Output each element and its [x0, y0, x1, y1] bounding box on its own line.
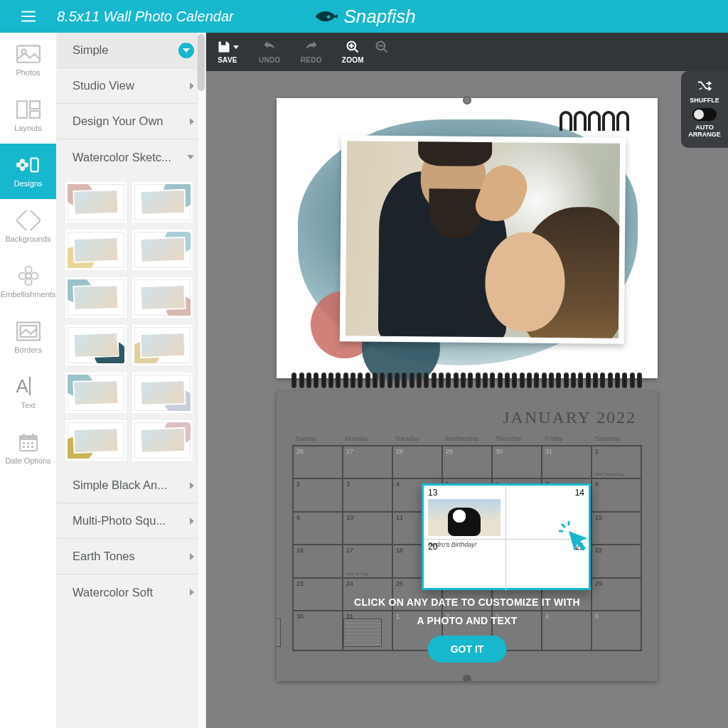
nav-embellishments[interactable]: Embellishments: [0, 255, 56, 310]
redo-icon: [304, 40, 319, 54]
calendar-cell[interactable]: 10: [343, 512, 392, 545]
calendar-cell[interactable]: 16: [293, 545, 343, 577]
design-thumb[interactable]: [65, 420, 127, 461]
calendar-icon: [16, 432, 41, 452]
canvas[interactable]: JANUARY 2022 SundayMondayTuesdayWednesda…: [206, 71, 728, 728]
save-button[interactable]: SAVE: [216, 40, 239, 64]
save-icon: [216, 40, 232, 54]
calendar-preview[interactable]: JANUARY 2022 SundayMondayTuesdayWednesda…: [277, 98, 658, 681]
zoom-in-button[interactable]: ZOOM: [342, 40, 364, 64]
app-header: 8.5x11 Wall Photo Calendar Snapfish: [0, 0, 728, 33]
nav-designs[interactable]: Designs: [0, 144, 56, 199]
chevron-down-icon: [178, 43, 194, 58]
menu-button[interactable]: [0, 7, 57, 26]
calendar-cell[interactable]: 15: [592, 512, 641, 545]
product-title: 8.5x11 Wall Photo Calendar: [57, 9, 234, 25]
calendar-cell[interactable]: 9: [293, 512, 343, 545]
spiral-binding: [277, 378, 658, 391]
calendar-cell[interactable]: 1New Year's Day: [592, 446, 641, 478]
nav-backgrounds[interactable]: Backgrounds: [0, 199, 56, 255]
design-thumb[interactable]: [65, 277, 127, 318]
zoom-out-icon: [374, 40, 390, 54]
calendar-cell[interactable]: 28: [392, 446, 442, 478]
design-thumb[interactable]: [132, 230, 193, 270]
category-design-your-own[interactable]: Design Your Own: [57, 104, 205, 139]
doodle-icon: [560, 111, 629, 131]
event-photo: [428, 499, 500, 536]
svg-rect-3: [30, 101, 40, 109]
chevron-down-icon: [187, 155, 194, 159]
calendar-bottom-page[interactable]: JANUARY 2022 SundayMondayTuesdayWednesda…: [277, 391, 658, 681]
dropdown-label: Simple: [73, 43, 108, 57]
svg-rect-20: [20, 436, 37, 440]
nav-borders[interactable]: Borders: [0, 310, 56, 365]
category-earth-tones[interactable]: Earth Tones: [57, 539, 205, 574]
svg-point-12: [25, 267, 31, 273]
design-thumb[interactable]: [65, 325, 127, 365]
chevron-down-icon: [233, 46, 239, 49]
svg-rect-24: [27, 442, 29, 444]
nav-layouts[interactable]: Layouts: [0, 88, 56, 144]
category-studio-view[interactable]: Studio View: [57, 68, 205, 104]
calendar-cell[interactable]: 8: [592, 478, 641, 511]
category-watercolor-soft[interactable]: Watercolor Soft: [57, 574, 205, 610]
nav-photos[interactable]: Photos: [0, 33, 56, 88]
design-thumb[interactable]: [132, 420, 193, 461]
photo-slot[interactable]: [340, 135, 626, 343]
chevron-right-icon: [190, 589, 194, 596]
calendar-cell[interactable]: 2: [293, 478, 343, 511]
design-thumb[interactable]: [132, 277, 193, 318]
panel-scrollbar[interactable]: [197, 33, 205, 728]
svg-rect-2: [17, 101, 27, 117]
calendar-cell[interactable]: 17MLK Jr. Day: [343, 545, 392, 577]
hang-hole: [463, 675, 471, 681]
designs-dropdown[interactable]: Simple: [57, 33, 205, 68]
calendar-cell[interactable]: 3: [343, 478, 392, 511]
tooltip-text: CLICK ON ANY DATE TO CUSTOMIZE IT WITH A…: [277, 593, 658, 630]
undo-button[interactable]: UNDO: [259, 40, 281, 64]
flower-icon: [16, 266, 41, 286]
zoom-out-button[interactable]: [374, 40, 390, 64]
cursor-icon: [559, 521, 590, 552]
category-multi-photo[interactable]: Multi-Photo Squ...: [57, 503, 205, 539]
calendar-cell[interactable]: 31: [542, 446, 592, 478]
got-it-button[interactable]: GOT IT: [428, 636, 507, 663]
calendar-cell[interactable]: 22: [592, 545, 641, 577]
nav-label: Backgrounds: [5, 235, 50, 243]
nav-label: Borders: [14, 346, 42, 354]
calendar-cell[interactable]: 29: [442, 446, 492, 478]
nav-label: Designs: [14, 179, 43, 188]
day-headers: SundayMondayTuesdayWednesdayThursdayFrid…: [292, 434, 642, 444]
date-highlight[interactable]: 13 14 Pedro's Birthday! 20 21: [422, 483, 591, 590]
svg-rect-21: [23, 434, 25, 438]
calendar-cell[interactable]: 27: [343, 446, 392, 478]
design-thumb[interactable]: [132, 182, 193, 223]
design-thumb[interactable]: [132, 373, 193, 413]
design-thumb[interactable]: [65, 373, 127, 413]
design-thumb[interactable]: [132, 325, 193, 365]
category-simple-black[interactable]: Simple Black An...: [57, 468, 205, 503]
svg-point-15: [18, 272, 25, 279]
calendar-cell[interactable]: 30: [492, 446, 542, 478]
backgrounds-icon: [16, 210, 41, 230]
design-thumb[interactable]: [65, 230, 127, 270]
design-thumb[interactable]: [65, 182, 127, 223]
svg-point-5: [20, 159, 25, 164]
zoom-in-icon: [345, 40, 360, 54]
svg-rect-0: [17, 46, 40, 62]
svg-rect-22: [32, 434, 34, 438]
calendar-cell[interactable]: 26: [293, 446, 343, 478]
brand-logo[interactable]: Snapfish: [312, 6, 415, 28]
photos-icon: [16, 44, 41, 64]
redo-button[interactable]: REDO: [301, 40, 322, 64]
calendar-top-page[interactable]: [277, 98, 658, 378]
side-nav: Photos Layouts Designs Backgrounds Embel…: [0, 33, 57, 728]
chevron-right-icon: [190, 553, 194, 560]
category-active[interactable]: Watercolor Sketc...: [57, 139, 205, 175]
svg-point-8: [23, 163, 28, 168]
nav-text[interactable]: A Text: [0, 365, 56, 421]
scrollbar-thumb[interactable]: [198, 34, 205, 91]
editor-stage: SAVE UNDO REDO ZOOM SHUFFLE: [206, 33, 728, 728]
brand-name: Snapfish: [343, 6, 415, 28]
nav-date-options[interactable]: Date Options: [0, 421, 56, 476]
